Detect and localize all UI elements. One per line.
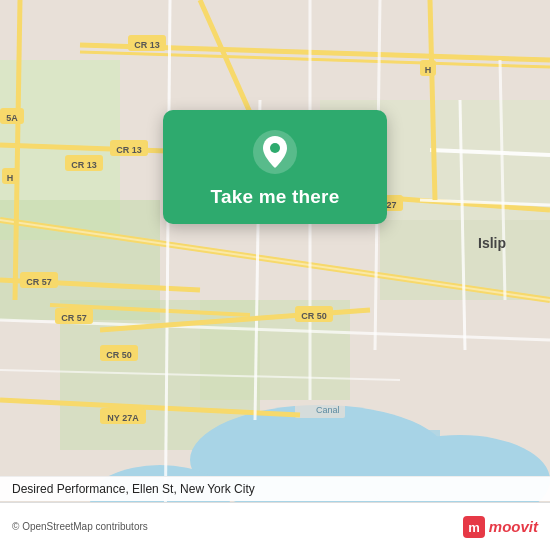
- moovit-logo: m moovit: [463, 516, 538, 538]
- svg-text:5A: 5A: [6, 113, 18, 123]
- moovit-icon: m: [463, 516, 485, 538]
- svg-text:Canal: Canal: [316, 405, 340, 415]
- moovit-text: moovit: [489, 518, 538, 535]
- map-container: CR 13 CR 13 CR 13 NY 27 CR 57 CR 57 CR 5…: [0, 0, 550, 550]
- svg-text:CR 57: CR 57: [61, 313, 87, 323]
- location-text: Desired Performance, Ellen St, New York …: [12, 482, 255, 496]
- map-svg: CR 13 CR 13 CR 13 NY 27 CR 57 CR 57 CR 5…: [0, 0, 550, 550]
- svg-text:NY 27A: NY 27A: [107, 413, 139, 423]
- svg-text:CR 13: CR 13: [116, 145, 142, 155]
- location-label: Desired Performance, Ellen St, New York …: [0, 476, 550, 501]
- bottom-bar: © OpenStreetMap contributors m moovit: [0, 502, 550, 550]
- attribution-text: © OpenStreetMap contributors: [12, 521, 148, 532]
- cta-card[interactable]: Take me there: [163, 110, 387, 224]
- svg-text:m: m: [468, 520, 480, 535]
- svg-text:CR 50: CR 50: [301, 311, 327, 321]
- svg-text:CR 50: CR 50: [106, 350, 132, 360]
- cta-label: Take me there: [211, 186, 340, 208]
- location-pin-icon: [251, 128, 299, 176]
- svg-text:H: H: [425, 65, 432, 75]
- svg-text:H: H: [7, 173, 14, 183]
- svg-text:Islip: Islip: [478, 235, 506, 251]
- svg-point-62: [270, 143, 280, 153]
- svg-text:CR 57: CR 57: [26, 277, 52, 287]
- svg-text:CR 13: CR 13: [134, 40, 160, 50]
- svg-text:CR 13: CR 13: [71, 160, 97, 170]
